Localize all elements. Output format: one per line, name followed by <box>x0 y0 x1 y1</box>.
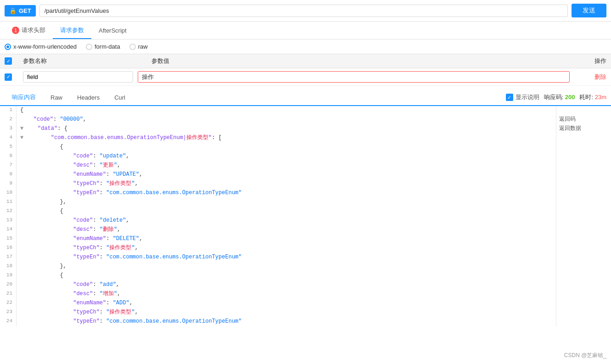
encoding-options: x-www-form-urlencoded form-data raw <box>0 39 611 54</box>
delete-param-button[interactable]: 删除 <box>570 73 606 81</box>
line-number: 24 <box>0 317 17 326</box>
line-content: "code": "add", <box>20 280 556 290</box>
line-number: 21 <box>0 290 17 299</box>
annotation <box>556 290 611 299</box>
annotation <box>556 143 611 152</box>
top-bar: 🔒 GET 发送 <box>0 0 611 22</box>
line-content: }, <box>20 262 556 271</box>
line-content: "enumName": "UPDATE", <box>20 170 556 179</box>
line-content: ▼ "data": { <box>20 124 556 134</box>
code-main: 1{2 "code": "00000",3▼ "data": {4▼ "com.… <box>0 106 556 326</box>
line-number: 15 <box>0 235 17 244</box>
annotation <box>556 152 611 161</box>
tab-request-params[interactable]: 请求参数 <box>53 22 91 39</box>
tab-request-header[interactable]: 1 请求头部 <box>5 22 53 39</box>
code-line: 21 "desc": "增加", <box>0 290 556 299</box>
line-number: 14 <box>0 225 17 235</box>
method-badge: 🔒 GET <box>5 5 36 17</box>
annotation <box>556 189 611 198</box>
tab-headers[interactable]: Headers <box>70 90 107 105</box>
resp-tab-raw-label: Raw <box>50 94 62 101</box>
line-content: "desc": "增加", <box>20 290 556 299</box>
header-action-col: 操作 <box>570 57 606 65</box>
send-button[interactable]: 发送 <box>572 4 606 17</box>
annotation: 返回数据 <box>556 124 611 134</box>
tab-afterscript-label: AfterScript <box>99 27 127 34</box>
param-row: 删除 <box>0 68 611 86</box>
line-number: 23 <box>0 308 17 317</box>
tab-afterscript[interactable]: AfterScript <box>91 22 134 39</box>
param-enabled-checkbox[interactable] <box>5 73 12 81</box>
line-content: { <box>20 106 556 115</box>
show-desc-checkbox[interactable] <box>506 94 513 101</box>
select-all-checkbox[interactable] <box>5 57 12 65</box>
line-content: "enumName": "DELETE", <box>20 235 556 244</box>
line-number: 12 <box>0 207 17 216</box>
line-content: "typeEn": "com.common.base.enums.Operati… <box>20 317 556 326</box>
annotation <box>556 134 611 143</box>
radio-urlencoded[interactable]: x-www-form-urlencoded <box>5 43 77 50</box>
response-code-area: 1{2 "code": "00000",3▼ "data": {4▼ "com.… <box>0 106 611 326</box>
code-line: 23 "typeCh": "操作类型", <box>0 308 556 317</box>
line-number: 20 <box>0 280 17 290</box>
line-content: "typeCh": "操作类型", <box>20 308 556 317</box>
line-number: 10 <box>0 189 17 198</box>
line-content: "desc": "删除", <box>20 225 556 235</box>
show-desc-toggle[interactable]: 显示说明 <box>506 93 539 101</box>
tab-response-content[interactable]: 响应内容 <box>5 90 43 105</box>
code-line: 14 "desc": "删除", <box>0 225 556 235</box>
line-number: 9 <box>0 179 17 189</box>
param-name-input[interactable] <box>23 71 133 83</box>
code-line: 10 "typeEn": "com.common.base.enums.Oper… <box>0 189 556 198</box>
line-content: "enumName": "ADD", <box>20 299 556 308</box>
param-checkbox <box>5 73 23 81</box>
tab-header-label: 请求头部 <box>22 26 45 34</box>
line-content: ▼ "com.common.base.enums.OperationTypeEn… <box>20 134 556 143</box>
time-label: 耗时: <box>579 94 593 101</box>
line-content: { <box>20 207 556 216</box>
annotation <box>556 244 611 253</box>
line-content: "typeCh": "操作类型", <box>20 244 556 253</box>
line-content: "typeCh": "操作类型", <box>20 179 556 189</box>
code-line: 17 "typeEn": "com.common.base.enums.Oper… <box>0 253 556 262</box>
tab-raw[interactable]: Raw <box>43 90 70 105</box>
code-line: 1{ <box>0 106 556 115</box>
url-input[interactable] <box>39 5 568 17</box>
status-label: 响应码: <box>544 94 564 101</box>
annotation <box>556 317 611 326</box>
annotation <box>556 253 611 262</box>
header-value-col: 参数值 <box>151 57 570 65</box>
code-line: 5 { <box>0 143 556 152</box>
radio-urlencoded-label: x-www-form-urlencoded <box>13 43 77 50</box>
radio-formdata[interactable]: form-data <box>86 43 120 50</box>
annotation <box>556 161 611 170</box>
line-number: 2 <box>0 115 17 124</box>
code-line: 22 "enumName": "ADD", <box>0 299 556 308</box>
annotation <box>556 235 611 244</box>
code-line: 11 }, <box>0 198 556 207</box>
line-content: "code": "delete", <box>20 216 556 225</box>
code-line: 6 "code": "update", <box>0 152 556 161</box>
annotation <box>556 216 611 225</box>
code-line: 8 "enumName": "UPDATE", <box>0 170 556 179</box>
code-line: 9 "typeCh": "操作类型", <box>0 179 556 189</box>
fold-icon[interactable]: ▼ <box>20 125 23 132</box>
line-content: "typeEn": "com.common.base.enums.Operati… <box>20 253 556 262</box>
line-number: 11 <box>0 198 17 207</box>
annotation <box>556 207 611 216</box>
annotation <box>556 225 611 235</box>
code-line: 19 { <box>0 271 556 280</box>
annotation <box>556 262 611 271</box>
response-tabs: 响应内容 Raw Headers Curl 显示说明 响应码: 200 耗时: … <box>0 90 611 106</box>
line-number: 17 <box>0 253 17 262</box>
fold-icon[interactable]: ▼ <box>20 134 23 141</box>
annotation <box>556 280 611 290</box>
code-line: 12 { <box>0 207 556 216</box>
resp-tab-curl-label: Curl <box>114 94 125 101</box>
param-value-input[interactable] <box>138 71 570 83</box>
line-content: }, <box>20 198 556 207</box>
line-number: 16 <box>0 244 17 253</box>
radio-raw[interactable]: raw <box>129 43 148 50</box>
code-line: 16 "typeCh": "操作类型", <box>0 244 556 253</box>
tab-curl[interactable]: Curl <box>107 90 133 105</box>
